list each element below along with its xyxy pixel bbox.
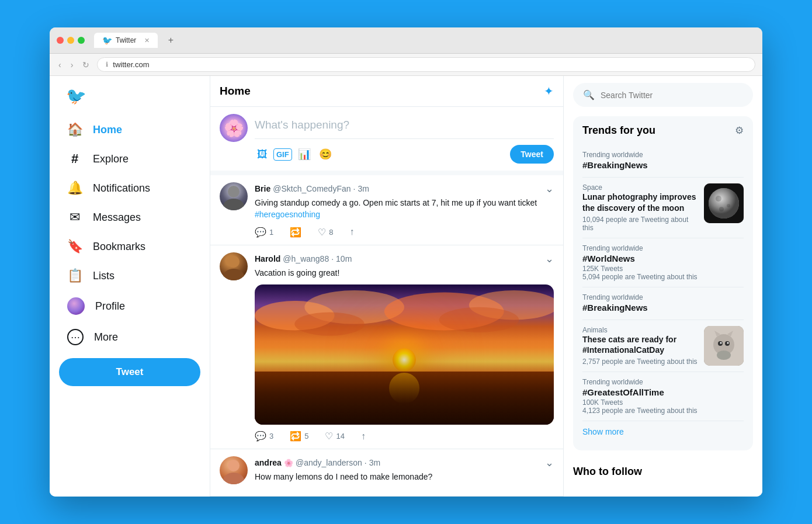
sidebar-item-notifications[interactable]: 🔔 Notifications: [59, 175, 200, 202]
trend-count-world: 125K Tweets: [582, 265, 744, 273]
sidebar-item-bookmarks[interactable]: 🔖 Bookmarks: [59, 233, 200, 260]
sidebar-item-more[interactable]: ⋯ More: [59, 323, 200, 351]
trend-item-breaking-news[interactable]: Trending worldwide #BreakingNews: [582, 145, 744, 178]
new-tab-button[interactable]: +: [162, 32, 179, 48]
retweet-button-harold[interactable]: 🔁 5: [290, 431, 308, 442]
svg-point-14: [709, 188, 739, 218]
tweet-body: Brie @Sktch_ComedyFan · 3m ⌄ Giving stan…: [255, 182, 554, 237]
trends-title: Trends for you: [582, 124, 655, 137]
search-bar[interactable]: 🔍: [573, 83, 753, 107]
trend-sub-goat: 4,123 people are Tweeting about this: [582, 407, 744, 415]
reply-icon-harold: 💬: [255, 431, 266, 442]
trend-item-goat[interactable]: Trending worldwide #GreatestOfAllTime 10…: [582, 372, 744, 421]
tweet-avatar-andrea: [220, 456, 248, 484]
compose-avatar: 🌸: [220, 114, 248, 142]
tab-close-icon[interactable]: ✕: [144, 37, 150, 44]
svg-point-0: [228, 186, 240, 197]
retweet-icon: 🔁: [290, 227, 301, 238]
forward-button[interactable]: ›: [69, 58, 75, 71]
tweet-author-name-andrea: andrea: [255, 458, 282, 467]
maximize-button[interactable]: [78, 37, 85, 44]
tweet-avatar-harold: [220, 252, 248, 280]
tweet-card-harold[interactable]: Harold @h_wang88 · 10m ⌄ Vacation is goi…: [210, 245, 563, 450]
compose-placeholder[interactable]: What's happening?: [255, 114, 554, 138]
tweet-hashtag[interactable]: #heregoesnothing: [255, 210, 320, 219]
show-more-link[interactable]: Show more: [582, 421, 744, 442]
search-icon: 🔍: [583, 89, 595, 100]
trend-card-title-space: Lunar photography improves the discovery…: [582, 192, 698, 213]
tweet-more-button[interactable]: ⌄: [545, 182, 554, 195]
svg-point-16: [727, 204, 730, 207]
tweet-more-button-harold[interactable]: ⌄: [545, 252, 554, 265]
sidebar: 🐦 🏠 Home # Explore 🔔 Notifications ✉ Mes…: [50, 76, 210, 496]
compose-tweet-button[interactable]: Tweet: [510, 145, 554, 164]
close-button[interactable]: [57, 37, 64, 44]
address-field[interactable]: ℹ twitter.com: [97, 57, 755, 72]
trend-tag-goat: #GreatestOfAllTime: [582, 387, 744, 397]
sidebar-item-explore[interactable]: # Explore: [59, 145, 200, 172]
compose-right: What's happening? 🖼 GIF 📊 😊 Tweet: [255, 114, 554, 164]
sidebar-item-bookmarks-label: Bookmarks: [93, 241, 145, 253]
like-button-harold[interactable]: ♡ 14: [325, 431, 344, 442]
compose-emoji-button[interactable]: 😊: [317, 145, 334, 163]
trend-card-title-animals: These cats are ready for #InternationalC…: [582, 334, 698, 355]
sparkle-button[interactable]: ✦: [544, 84, 554, 98]
sidebar-item-explore-label: Explore: [93, 153, 129, 165]
sidebar-item-notifications-label: Notifications: [93, 182, 150, 195]
browser-addressbar: ‹ › ↻ ℹ twitter.com: [50, 54, 762, 76]
like-button[interactable]: ♡ 8: [318, 227, 333, 238]
svg-point-9: [439, 307, 519, 332]
tweet-actions: 💬 1 🔁 ♡ 8 ↑: [255, 227, 554, 238]
reply-button[interactable]: 💬 1: [255, 227, 273, 238]
retweet-button[interactable]: 🔁: [290, 227, 301, 238]
sidebar-item-home-label: Home: [93, 124, 122, 136]
sidebar-tweet-button[interactable]: Tweet: [59, 358, 200, 386]
trends-settings-button[interactable]: ⚙: [735, 124, 744, 137]
sidebar-item-home[interactable]: 🏠 Home: [59, 116, 200, 143]
reply-button-harold[interactable]: 💬 3: [255, 431, 273, 442]
trend-card-animals[interactable]: Animals These cats are ready for #Intern…: [582, 320, 744, 372]
browser-window: 🐦 Twitter ✕ + ‹ › ↻ ℹ twitter.com 🐦 🏠 Ho…: [50, 27, 762, 496]
sidebar-item-messages[interactable]: ✉ Messages: [59, 204, 200, 231]
svg-point-8: [294, 313, 364, 336]
back-button[interactable]: ‹: [57, 58, 63, 71]
trend-card-space[interactable]: Space Lunar photography improves the dis…: [582, 178, 744, 238]
trend-item-world-news[interactable]: Trending worldwide #WorldNews 125K Tweet…: [582, 238, 744, 287]
trend-tag: #BreakingNews: [582, 160, 744, 170]
tweet-text-andrea: How many lemons do I need to make lemona…: [255, 471, 554, 483]
reload-button[interactable]: ↻: [81, 58, 91, 71]
app-content: 🐦 🏠 Home # Explore 🔔 Notifications ✉ Mes…: [50, 76, 762, 496]
trend-card-count-space: 10,094 people are Tweeting about this: [582, 216, 698, 232]
tab-favicon: 🐦: [102, 36, 112, 45]
sidebar-item-profile-label: Profile: [95, 300, 125, 313]
compose-gif-button[interactable]: GIF: [273, 148, 292, 161]
tweet-header-andrea: andrea 🌸 @andy_landerson · 3m ⌄: [255, 456, 554, 469]
svg-point-3: [223, 269, 244, 280]
right-panel: 🔍 Trends for you ⚙ Trending worldwide #B…: [564, 76, 762, 496]
sidebar-item-profile[interactable]: Profile: [59, 292, 200, 321]
sidebar-item-lists-label: Lists: [93, 270, 114, 282]
minimize-button[interactable]: [67, 37, 74, 44]
trend-sub-world: 5,094 people are Tweeting about this: [582, 273, 744, 281]
search-input[interactable]: [601, 91, 743, 100]
trend-tag-breaking2: #BreakingNews: [582, 303, 744, 313]
trend-category-goat: Trending worldwide: [582, 378, 744, 386]
trend-category-world: Trending worldwide: [582, 244, 744, 252]
browser-tab[interactable]: 🐦 Twitter ✕: [94, 33, 158, 48]
compose-list-button[interactable]: 📊: [296, 145, 313, 163]
sidebar-item-lists[interactable]: 📋 Lists: [59, 262, 200, 289]
tweet-body-harold: Harold @h_wang88 · 10m ⌄ Vacation is goi…: [255, 252, 554, 442]
tweet-card-andrea[interactable]: andrea 🌸 @andy_landerson · 3m ⌄ How many…: [210, 449, 563, 497]
twitter-logo[interactable]: 🐦: [59, 81, 200, 114]
tweet-meta-harold: Harold @h_wang88 · 10m: [255, 254, 352, 263]
compose-image-button[interactable]: 🖼: [255, 146, 270, 163]
tweet-card[interactable]: Brie @Sktch_ComedyFan · 3m ⌄ Giving stan…: [210, 175, 563, 245]
share-button[interactable]: ↑: [349, 227, 354, 238]
tweet-more-button-andrea[interactable]: ⌄: [545, 456, 554, 469]
share-button-harold[interactable]: ↑: [361, 431, 366, 442]
trend-card-image-cat: [704, 326, 744, 366]
tweet-author-name: Brie: [255, 184, 270, 193]
address-url: twitter.com: [113, 60, 149, 69]
trend-item-breaking-news2[interactable]: Trending worldwide #BreakingNews: [582, 287, 744, 320]
tweet-author-handle-andrea: @andy_landerson: [296, 458, 362, 467]
